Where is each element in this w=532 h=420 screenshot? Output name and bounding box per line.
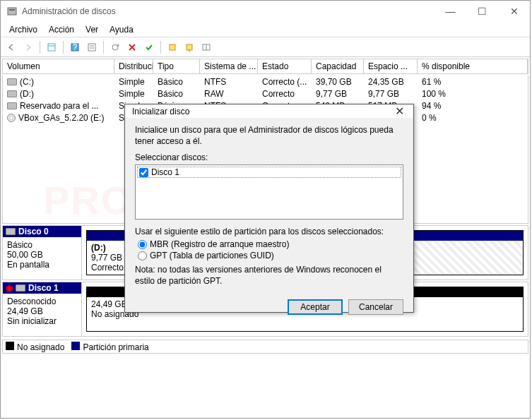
dialog-intro: Inicialice un disco para que el Administ… [135, 125, 403, 147]
col-pct[interactable]: % disponible [418, 59, 528, 73]
refresh-button[interactable] [107, 40, 123, 55]
svg-rect-1 [9, 9, 15, 11]
mbr-option[interactable]: MBR (Registro de arranque maestro) [138, 239, 403, 249]
volume-row[interactable]: (C:)SimpleBásicoNTFSCorrecto (...39,70 G… [3, 76, 528, 88]
gpt-option[interactable]: GPT (Tabla de particiones GUID) [138, 251, 403, 260]
menu-accion[interactable]: Acción [43, 23, 80, 36]
dialog-select-label: Seleccionar discos: [135, 152, 403, 162]
disk-icon [7, 90, 17, 97]
help-button[interactable]: ? [67, 40, 83, 55]
close-button[interactable]: ✕ [498, 1, 530, 22]
view-button[interactable] [44, 40, 59, 55]
svg-rect-0 [8, 8, 16, 15]
check-button[interactable] [141, 40, 157, 55]
delete-button[interactable] [124, 40, 140, 55]
col-sistema[interactable]: Sistema de ... [200, 59, 258, 73]
svg-rect-10 [170, 44, 175, 50]
disk-info: Disco 0Básico50,00 GBEn pantalla [3, 226, 82, 280]
menubar: Archivo Acción Ver Ayuda [1, 22, 530, 37]
legend-unalloc-swatch [6, 342, 14, 350]
list-button[interactable] [199, 40, 214, 55]
app-icon [6, 6, 18, 17]
menu-ver[interactable]: Ver [80, 23, 104, 36]
col-estado[interactable]: Estado [258, 59, 312, 73]
disk-select-list: Disco 1 [135, 164, 403, 220]
back-button[interactable] [4, 40, 19, 55]
disk-header: Disco 1 [3, 282, 81, 294]
svg-point-9 [112, 44, 118, 50]
disk-info: Disco 1Desconocido24,49 GBSin inicializa… [3, 282, 82, 336]
dialog-style-label: Usar el siguiente estilo de partición pa… [135, 227, 403, 236]
initialize-disk-dialog: Inicializar disco ✕ Inicialice un disco … [124, 104, 414, 313]
disk1-checkbox[interactable] [139, 168, 148, 177]
volume-list-header: Volumen Distribución Tipo Sistema de ...… [2, 59, 528, 74]
svg-rect-6 [88, 44, 95, 51]
dialog-note: Nota: no todas las versiones anteriores … [135, 265, 403, 287]
properties-button[interactable] [84, 40, 100, 55]
titlebar: Administración de discos — ☐ ✕ [1, 1, 530, 22]
cancel-button[interactable]: Cancelar [348, 299, 403, 315]
menu-ayuda[interactable]: Ayuda [104, 23, 139, 36]
legend: No asignado Partición primaria [2, 340, 528, 354]
disk-icon [7, 78, 17, 85]
menu-archivo[interactable]: Archivo [4, 23, 43, 36]
minimize-button[interactable]: — [435, 1, 466, 22]
legend-unalloc-label: No asignado [17, 342, 64, 352]
maximize-button[interactable]: ☐ [466, 1, 498, 22]
cd-icon [7, 114, 16, 122]
dialog-title: Inicializar disco [132, 107, 189, 116]
forward-button[interactable] [20, 40, 36, 55]
disk-icon [7, 102, 17, 109]
svg-rect-11 [187, 44, 192, 50]
legend-primary-label: Partición primaria [83, 342, 148, 352]
svg-text:?: ? [73, 42, 78, 52]
disk-header: Disco 0 [3, 226, 81, 237]
window-title: Administración de discos [22, 6, 116, 16]
disk1-label: Disco 1 [151, 167, 179, 177]
svg-rect-2 [48, 44, 55, 51]
mbr-radio[interactable] [138, 240, 147, 249]
disk-icon [6, 228, 16, 235]
disk-icon [16, 284, 25, 292]
dialog-close-button[interactable]: ✕ [385, 104, 413, 118]
col-volumen[interactable]: Volumen [3, 59, 114, 73]
disk-select-item[interactable]: Disco 1 [137, 167, 401, 178]
toolbar: ? [1, 37, 530, 57]
col-capacidad[interactable]: Capacidad [312, 59, 364, 73]
legend-primary-swatch [71, 342, 80, 350]
dialog-titlebar: Inicializar disco ✕ [125, 104, 413, 118]
gpt-radio[interactable] [138, 251, 147, 260]
volume-row[interactable]: (D:)SimpleBásicoRAWCorrecto9,77 GB9,77 G… [3, 88, 528, 100]
action-button[interactable] [182, 40, 197, 55]
col-distribucion[interactable]: Distribución [114, 59, 153, 73]
ok-button[interactable]: Aceptar [288, 299, 343, 315]
disk-management-window: Administración de discos — ☐ ✕ Archivo A… [0, 0, 531, 419]
col-tipo[interactable]: Tipo [153, 59, 200, 73]
col-espacio[interactable]: Espacio ... [364, 59, 418, 73]
new-button[interactable] [165, 40, 180, 55]
